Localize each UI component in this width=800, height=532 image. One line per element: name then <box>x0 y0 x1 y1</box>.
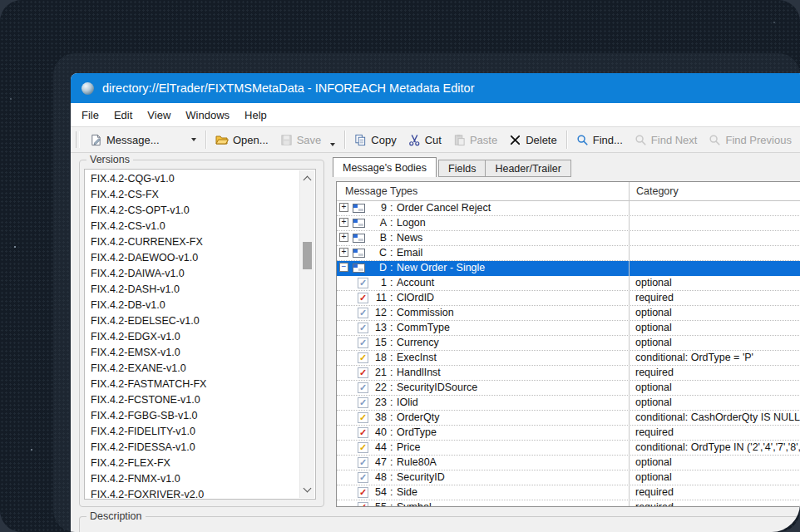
description-title: Description <box>86 510 146 523</box>
open-folder-icon <box>215 133 229 146</box>
menu-item-windows[interactable]: Windows <box>178 103 237 126</box>
field-row[interactable]: 47 : Rule80A optional <box>337 456 800 470</box>
version-list-item[interactable]: FIX.4.2-FGBG-SB-v1.0 <box>85 408 315 424</box>
version-list-item[interactable]: FIX.4.2-CS-OPT-v1.0 <box>85 203 315 219</box>
version-list-item[interactable]: FIX.4.2-EMSX-v1.0 <box>85 345 315 361</box>
field-row[interactable]: 21 : HandlInst required <box>337 366 800 381</box>
window-title: directory://ElTrader/FIXTMSMetaData - IN… <box>102 81 474 95</box>
field-row[interactable]: 22 : SecurityIDSource optional <box>337 381 800 396</box>
menu-item-help[interactable]: Help <box>237 103 274 126</box>
version-list-item[interactable]: FIX.4.2-DB-v1.0 <box>85 298 315 313</box>
field-row[interactable]: 12 : Commission optional <box>337 306 800 321</box>
tab-bar: Message's BodiesFieldsHeader/Trailer <box>333 157 571 177</box>
toolbar-button-find[interactable]: Find... <box>570 129 629 150</box>
expander-icon[interactable]: + <box>339 248 348 257</box>
expander-icon[interactable]: + <box>339 203 348 212</box>
version-list-item[interactable]: FIX.4.2-DAIWA-v1.0 <box>85 266 315 282</box>
version-list-item[interactable]: FIX.4.2-CS-v1.0 <box>85 219 315 234</box>
cut-icon <box>408 134 421 146</box>
version-list-item[interactable]: FIX.4.2-DASH-v1.0 <box>85 282 315 298</box>
field-row[interactable]: 54 : Side required <box>337 485 800 500</box>
toolbar-separator <box>205 131 206 149</box>
screenshot-card: directory://ElTrader/FIXTMSMetaData - IN… <box>53 53 800 532</box>
column-divider[interactable] <box>629 182 630 506</box>
tab-fields[interactable]: Fields <box>438 160 486 177</box>
menu-item-file[interactable]: File <box>74 103 106 126</box>
version-list-item[interactable]: FIX.4.2-EXANE-v1.0 <box>85 361 315 377</box>
field-row[interactable]: 48 : SecurityID optional <box>337 470 800 485</box>
copy-icon <box>354 134 367 146</box>
column-header-category[interactable]: Category <box>629 185 679 197</box>
chevron-down-icon[interactable] <box>330 143 335 146</box>
paste-icon <box>453 134 466 146</box>
tab-header-trailer[interactable]: Header/Trailer <box>485 160 570 177</box>
version-list-item[interactable]: FIX.4.2-FASTMATCH-FX <box>85 377 315 392</box>
expander-icon[interactable]: + <box>339 233 348 242</box>
star-dot <box>31 449 32 451</box>
versions-title: Versions <box>86 154 133 166</box>
expander-icon[interactable]: − <box>339 263 348 272</box>
version-list-item[interactable]: FIX.4.2-FIDESSA-v1.0 <box>85 440 315 456</box>
toolbar-button-paste[interactable]: Paste <box>447 129 503 150</box>
message-type-row[interactable]: + C : Email <box>337 246 800 261</box>
chevron-down-icon[interactable] <box>191 138 196 141</box>
version-list-item[interactable]: FIX.4.2-FNMX-v1.0 <box>85 471 315 487</box>
column-header-message-types[interactable]: Message Types <box>337 185 629 197</box>
menu-item-edit[interactable]: Edit <box>106 103 140 126</box>
toolbar-button-message[interactable]: Message... <box>84 129 202 150</box>
message-types-table: Message Types Category + 9 : Order Cance… <box>336 181 800 507</box>
tab-message-s-bodies[interactable]: Message's Bodies <box>333 157 437 177</box>
field-row[interactable]: 38 : OrderQty conditional: CashOrderQty … <box>337 411 800 426</box>
version-list-item[interactable]: FIX.4.2-EDGX-v1.0 <box>85 329 315 345</box>
message-type-row[interactable]: − D : New Order - Single <box>337 261 800 276</box>
menu-bar: FileEditViewWindowsHelp <box>71 103 800 127</box>
expander-icon[interactable]: + <box>339 218 348 227</box>
toolbar-button-find-previous[interactable]: Find Previous <box>703 129 797 150</box>
version-list-item[interactable]: FIX.4.2-FCSTONE-v1.0 <box>85 392 315 408</box>
field-row[interactable]: 1 : Account optional <box>337 276 800 291</box>
toolbar-button-copy[interactable]: Copy <box>348 129 402 150</box>
menu-item-view[interactable]: View <box>140 103 178 126</box>
version-list-item[interactable]: FIX.4.2-CURRENEX-FX <box>85 234 315 250</box>
version-list-item[interactable]: FIX.4.2-CQG-v1.0 <box>85 171 315 187</box>
version-list-item[interactable]: FIX.4.2-FOXRIVER-v2.0 <box>85 487 315 500</box>
description-groupbox: Description <box>79 516 800 532</box>
title-bar[interactable]: directory://ElTrader/FIXTMSMetaData - IN… <box>71 73 800 103</box>
backdrop-panel: directory://ElTrader/FIXTMSMetaData - IN… <box>0 0 800 532</box>
toolbar-button-cut[interactable]: Cut <box>402 129 447 150</box>
versions-groupbox: Versions FIX.4.2-CQG-v1.0FIX.4.2-CS-FXFI… <box>79 160 324 507</box>
version-list-item[interactable]: FIX.4.2-FIDELITY-v1.0 <box>85 424 315 440</box>
versions-scrollbar[interactable] <box>299 170 314 498</box>
version-list-item[interactable]: FIX.4.2-CS-FX <box>85 187 315 203</box>
version-list-item[interactable]: FIX.4.2-FLEX-FX <box>85 456 315 471</box>
scroll-down-icon[interactable] <box>300 484 314 495</box>
message-type-row[interactable]: + B : News <box>337 231 800 246</box>
save-icon <box>280 134 293 146</box>
find-next-icon <box>635 134 647 146</box>
field-row[interactable]: 11 : ClOrdID required <box>337 291 800 306</box>
toolbar-grip[interactable] <box>76 131 80 148</box>
scrollbar-thumb[interactable] <box>303 242 312 269</box>
delete-icon <box>509 134 521 146</box>
message-type-row[interactable]: + A : Logon <box>337 216 800 231</box>
toolbar-button-save[interactable]: Save <box>274 129 342 150</box>
field-row[interactable]: 13 : CommType optional <box>337 321 800 336</box>
scroll-up-icon[interactable] <box>300 173 314 185</box>
message-icon <box>90 134 102 146</box>
toolbar-button-delete[interactable]: Delete <box>503 129 563 150</box>
toolbar-separator <box>344 131 345 149</box>
field-row[interactable]: 23 : IOlid optional <box>337 396 800 411</box>
field-row[interactable]: 40 : OrdType required <box>337 426 800 441</box>
field-row[interactable]: 18 : ExecInst conditional: OrdType = 'P' <box>337 351 800 366</box>
app-window: directory://ElTrader/FIXTMSMetaData - IN… <box>71 73 800 532</box>
field-row[interactable]: 55 : Symbol required <box>337 500 800 507</box>
field-row[interactable]: 15 : Currency optional <box>337 336 800 351</box>
message-type-row[interactable]: + 9 : Order Cancel Reject <box>337 201 800 216</box>
version-list-item[interactable]: FIX.4.2-DAEWOO-v1.0 <box>85 250 315 266</box>
version-list-item[interactable]: FIX.4.2-EDELSEC-v1.0 <box>85 313 315 329</box>
field-row[interactable]: 44 : Price conditional: OrdType IN ('2',… <box>337 441 800 456</box>
star-dot <box>14 246 16 248</box>
toolbar-button-open[interactable]: Open... <box>210 129 274 150</box>
table-header: Message Types Category <box>337 182 800 201</box>
toolbar-button-find-next[interactable]: Find Next <box>629 129 704 150</box>
